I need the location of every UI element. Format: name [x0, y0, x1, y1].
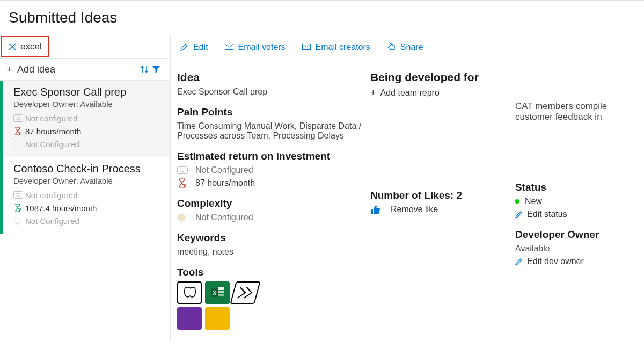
roi-heading: Estimated return on investment	[177, 150, 365, 162]
idea-complexity: Not Configured	[25, 140, 79, 149]
complexity-value: Not Configured	[195, 213, 253, 222]
idea-complexity: Not Configured	[25, 216, 79, 226]
idea-money: Not configured	[25, 191, 78, 200]
idea-subtitle: Developer Owner: Available	[13, 176, 163, 185]
hourglass-icon: $	[177, 178, 189, 188]
developed-heading: Being developed for	[370, 71, 510, 84]
svg-rect-10	[178, 167, 188, 174]
add-idea-row: + Add idea	[0, 58, 170, 81]
complexity-icon	[177, 213, 189, 222]
status-value: New	[525, 197, 542, 206]
hourglass-icon: $	[13, 127, 25, 135]
svg-rect-16	[218, 287, 224, 290]
sort-icon[interactable]	[140, 65, 152, 74]
clear-search-icon[interactable]	[9, 43, 16, 50]
roi-money: Not Configured	[195, 165, 253, 175]
money-icon	[13, 114, 25, 122]
svg-point-5	[17, 193, 20, 197]
idea-time: 87 hours/month	[25, 127, 81, 136]
mail-icon	[302, 42, 311, 52]
svg-point-1	[17, 117, 20, 120]
idea-name: Exec Sponsor Call prep	[177, 87, 365, 97]
search-input[interactable]	[20, 41, 42, 52]
svg-point-11	[181, 169, 184, 172]
svg-text:$: $	[19, 131, 21, 135]
tools-heading: Tools	[177, 266, 365, 278]
idea-list-item[interactable]: Exec Sponsor Call prep Developer Owner: …	[0, 81, 170, 157]
edit-dev-owner-button[interactable]: Edit dev owner	[515, 257, 633, 266]
status-dot-icon	[515, 199, 519, 204]
idea-time: 1087.4 hours/month	[25, 204, 97, 213]
idea-heading: Idea	[177, 71, 365, 84]
thumb-up-icon	[370, 205, 381, 214]
add-icon[interactable]: +	[6, 64, 17, 75]
svg-text:$: $	[184, 183, 186, 188]
pencil-icon	[515, 258, 523, 265]
status-heading: Status	[515, 182, 633, 193]
mail-icon	[224, 42, 234, 52]
pain-text: Time Consuming Manual Work, Disparate Da…	[177, 121, 365, 141]
ideas-sidebar: + Add idea Exec Sponsor Call prep Develo…	[0, 35, 171, 341]
plus-icon: +	[370, 87, 376, 98]
email-creators-button[interactable]: Email creators	[302, 42, 370, 52]
svg-text:X: X	[213, 289, 217, 296]
svg-point-13	[178, 214, 185, 221]
svg-rect-17	[218, 291, 224, 293]
email-voters-label: Email voters	[238, 42, 286, 52]
hourglass-icon: $	[13, 204, 25, 212]
idea-money: Not configured	[25, 114, 78, 123]
email-creators-label: Email creators	[316, 42, 370, 52]
page-title: Submitted Ideas	[0, 1, 644, 35]
svg-rect-8	[225, 44, 233, 50]
edit-label: Edit	[193, 42, 208, 52]
remove-like-label: Remove like	[391, 205, 438, 214]
keywords-value: meeting, notes	[177, 247, 365, 257]
power-automate-icon	[230, 281, 260, 304]
add-idea-button[interactable]: Add idea	[17, 64, 140, 75]
money-icon	[13, 191, 25, 199]
svg-rect-4	[14, 192, 23, 199]
dev-owner-heading: Developer Owner	[515, 229, 633, 241]
complexity-icon	[13, 140, 25, 148]
excel-icon: X	[205, 281, 230, 304]
svg-rect-0	[14, 115, 23, 122]
svg-text:$: $	[19, 208, 21, 212]
ai-builder-icon	[177, 281, 202, 304]
detail-pane: Edit Email voters Email creators	[171, 35, 644, 341]
complexity-icon	[13, 217, 25, 225]
add-team-button[interactable]: + Add team repro	[370, 87, 510, 98]
dev-owner-value: Available	[515, 244, 633, 254]
share-button[interactable]: Share	[386, 42, 423, 52]
pencil-icon	[179, 42, 189, 52]
edit-status-button[interactable]: Edit status	[515, 209, 633, 219]
keywords-heading: Keywords	[177, 232, 365, 244]
edit-button[interactable]: Edit	[179, 42, 208, 52]
note-text: CAT members compile customer feedback in	[515, 101, 633, 122]
edit-dev-owner-label: Edit dev owner	[527, 257, 584, 266]
email-voters-button[interactable]: Email voters	[224, 42, 286, 52]
power-bi-icon	[205, 307, 230, 330]
share-icon	[386, 42, 396, 52]
share-label: Share	[400, 42, 423, 52]
money-icon	[177, 166, 189, 174]
add-team-label: Add team repro	[380, 88, 440, 98]
svg-rect-9	[302, 44, 310, 50]
idea-title: Contoso Check-in Process	[13, 163, 163, 175]
search-box-highlight	[1, 36, 49, 57]
svg-point-7	[14, 218, 20, 224]
idea-list-item[interactable]: Contoso Check-in Process Developer Owner…	[0, 157, 170, 234]
roi-time: 87 hours/month	[195, 178, 255, 188]
remove-like-button[interactable]: Remove like	[370, 205, 510, 214]
complexity-heading: Complexity	[177, 198, 365, 209]
pain-heading: Pain Points	[177, 106, 365, 118]
idea-subtitle: Developer Owner: Available	[13, 99, 163, 108]
idea-title: Exec Sponsor Call prep	[13, 86, 163, 98]
onenote-icon	[177, 307, 202, 330]
pencil-icon	[515, 211, 523, 218]
likes-heading: Number of Likes: 2	[370, 190, 510, 201]
svg-rect-18	[218, 294, 224, 296]
filter-icon[interactable]	[152, 65, 164, 74]
edit-status-label: Edit status	[527, 209, 567, 219]
action-bar: Edit Email voters Email creators	[171, 35, 644, 59]
svg-point-3	[14, 141, 20, 147]
